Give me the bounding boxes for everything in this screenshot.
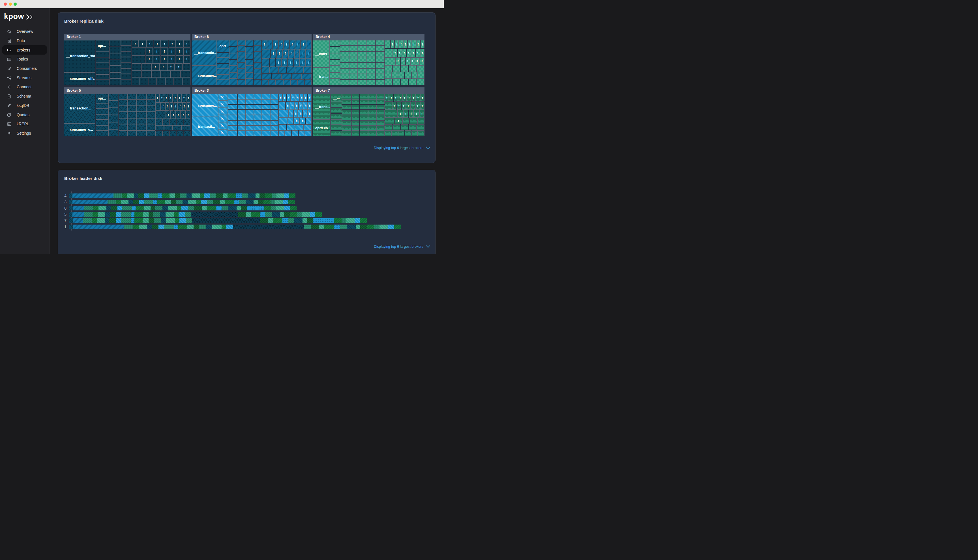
treemap-cell[interactable]: f xyxy=(160,94,164,102)
bar-segment[interactable] xyxy=(192,218,260,223)
window-minimize-button[interactable] xyxy=(9,3,12,6)
treemap-cell[interactable]: f xyxy=(416,102,420,110)
treemap-cell[interactable]: f xyxy=(402,94,407,102)
treemap-cell[interactable] xyxy=(96,69,110,74)
treemap-cell[interactable] xyxy=(238,131,245,136)
treemap-cell[interactable] xyxy=(254,40,262,45)
treemap-cell[interactable] xyxy=(331,102,342,107)
sidebar-item-schema[interactable]: Schema xyxy=(0,92,49,101)
treemap-cell[interactable] xyxy=(121,57,131,63)
treemap-cell[interactable] xyxy=(270,126,278,131)
treemap-cell[interactable] xyxy=(279,110,289,118)
bar-segment[interactable] xyxy=(188,200,196,204)
treemap-cell[interactable] xyxy=(254,46,262,51)
treemap-cell[interactable] xyxy=(282,73,292,79)
treemap-cell[interactable]: f xyxy=(174,102,178,111)
bar-segment[interactable] xyxy=(157,200,165,204)
treemap-cell[interactable] xyxy=(170,119,176,125)
treemap-cell[interactable] xyxy=(376,99,385,104)
treemap-cell[interactable] xyxy=(108,122,118,129)
bar-segment[interactable] xyxy=(289,200,295,204)
treemap-cell[interactable]: f xyxy=(303,110,307,118)
treemap-cell[interactable] xyxy=(287,118,293,124)
bar-segment[interactable] xyxy=(108,200,116,204)
treemap-cell[interactable]: __consumer_o... xyxy=(64,123,95,136)
treemap-cell[interactable] xyxy=(237,57,245,63)
treemap-cell[interactable]: __trans... xyxy=(313,94,330,120)
treemap-cell[interactable] xyxy=(411,130,418,136)
treemap-cell[interactable] xyxy=(177,119,184,125)
treemap-cell[interactable] xyxy=(360,120,368,125)
treemap-cell[interactable] xyxy=(352,105,360,110)
treemap-cell[interactable] xyxy=(108,94,118,101)
bar-segment[interactable] xyxy=(304,225,311,229)
treemap-cell[interactable] xyxy=(342,99,351,104)
bar-segment[interactable] xyxy=(166,218,175,223)
treemap-cell[interactable] xyxy=(245,66,253,72)
treemap-cell[interactable] xyxy=(360,126,368,131)
treemap-cell[interactable]: f xyxy=(159,63,167,71)
treemap-cell[interactable] xyxy=(340,40,349,45)
sidebar-item-connect[interactable]: Connect xyxy=(0,82,49,92)
treemap-cell[interactable]: f xyxy=(146,55,153,63)
bar-segment[interactable] xyxy=(311,225,319,229)
treemap-cell[interactable] xyxy=(121,63,131,68)
treemap-cell[interactable]: f xyxy=(307,110,312,118)
treemap-cell[interactable]: fx_ xyxy=(218,94,228,101)
treemap-cell[interactable] xyxy=(137,112,146,118)
bar-segment[interactable] xyxy=(374,225,380,229)
bar-segment[interactable] xyxy=(136,206,144,210)
treemap-cell[interactable] xyxy=(108,108,118,115)
treemap-cell[interactable]: f xyxy=(416,94,420,102)
treemap-cell[interactable] xyxy=(237,52,245,57)
treemap-cell[interactable] xyxy=(385,40,390,48)
treemap-cell[interactable] xyxy=(393,79,401,85)
treemap-cell[interactable]: f xyxy=(275,58,281,67)
bar-segment[interactable] xyxy=(355,218,360,223)
bar-segment[interactable] xyxy=(207,206,216,210)
bar-segment[interactable] xyxy=(294,218,302,223)
treemap-cell[interactable] xyxy=(228,99,238,104)
treemap-cell[interactable]: f xyxy=(411,48,416,57)
treemap-cell[interactable] xyxy=(110,53,121,59)
treemap-cell[interactable] xyxy=(245,40,253,47)
bar-segment[interactable] xyxy=(290,206,297,210)
bar-segment[interactable] xyxy=(84,206,93,210)
treemap-cell[interactable] xyxy=(155,102,161,111)
treemap-cell[interactable]: f xyxy=(279,94,282,102)
treemap-cell[interactable] xyxy=(305,130,312,136)
treemap-cell[interactable] xyxy=(183,63,190,71)
treemap-cell[interactable]: f xyxy=(420,102,425,110)
treemap-cell[interactable] xyxy=(285,130,292,136)
treemap-cell[interactable]: oprtr.co... xyxy=(313,120,330,136)
treemap-cell[interactable]: f xyxy=(306,40,312,49)
bar-segment[interactable] xyxy=(159,225,164,229)
treemap-cell[interactable]: f xyxy=(385,94,389,102)
bar-segment[interactable] xyxy=(241,206,247,210)
treemap-cell[interactable] xyxy=(108,129,118,136)
treemap-cell[interactable] xyxy=(405,72,411,78)
treemap-cell[interactable] xyxy=(409,79,416,85)
sidebar-item-quotas[interactable]: Quotas xyxy=(0,110,49,119)
treemap-cell[interactable] xyxy=(229,47,237,53)
bar-segment[interactable] xyxy=(192,193,200,198)
treemap-cell[interactable] xyxy=(228,120,238,125)
bar-segment[interactable] xyxy=(176,200,182,204)
treemap-cell[interactable] xyxy=(401,65,408,72)
treemap-cell[interactable] xyxy=(349,46,358,51)
bar-segment[interactable] xyxy=(186,218,192,223)
treemap-cell[interactable] xyxy=(110,60,121,66)
treemap-cell[interactable]: __transactio... xyxy=(192,40,217,66)
treemap-cell[interactable] xyxy=(376,57,384,63)
treemap-cell[interactable] xyxy=(330,60,340,66)
treemap-cell[interactable]: f xyxy=(139,40,146,48)
treemap-cell[interactable]: f xyxy=(282,94,286,102)
bar-segment[interactable] xyxy=(179,212,185,217)
treemap-cell[interactable] xyxy=(368,131,376,136)
treemap-cell[interactable] xyxy=(155,125,164,131)
treemap-cell[interactable] xyxy=(410,118,417,124)
window-close-button[interactable] xyxy=(4,3,7,6)
bar-segment[interactable] xyxy=(347,225,356,229)
treemap-cell[interactable] xyxy=(217,74,229,80)
bar-segment[interactable] xyxy=(227,193,236,198)
